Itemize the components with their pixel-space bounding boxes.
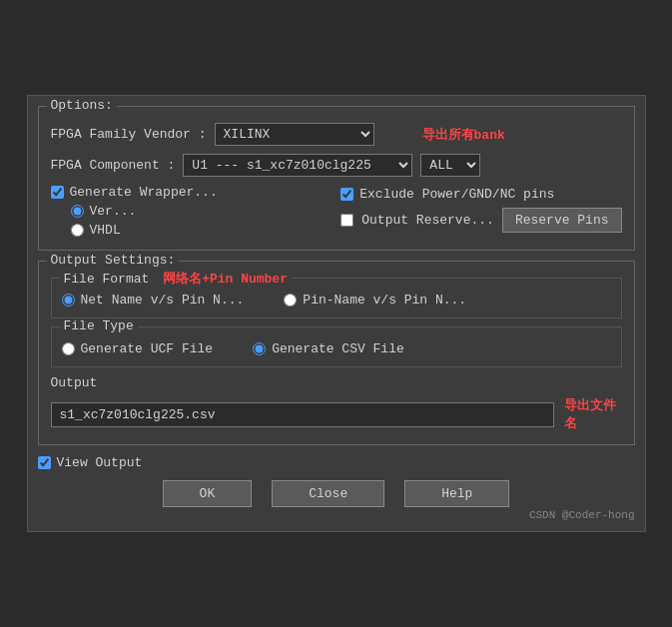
file-format-label: File Format 网络名+Pin Number (60, 270, 292, 288)
bank-select[interactable]: ALL Bank0 Bank1 Bank2 (420, 154, 480, 177)
output-filename-input[interactable] (51, 402, 555, 427)
fpga-component-select[interactable]: U1 --- s1_xc7z010clg225 (183, 154, 412, 177)
vhdl-radio-row: VHDL (71, 223, 218, 238)
bottom-buttons: OK Close Help (38, 480, 635, 507)
net-name-radio-row: Net Name v/s Pin N... (62, 293, 245, 308)
ver-radio[interactable] (71, 205, 84, 218)
fpga-family-row: FPGA Family Vendor : XILINX Intel 导出所有ba… (51, 123, 622, 146)
net-name-radio[interactable] (62, 294, 75, 307)
output-settings-section: Output Settings: File Format 网络名+Pin Num… (38, 261, 635, 445)
view-output-checkbox[interactable] (38, 456, 51, 469)
pin-name-radio-row: Pin-Name v/s Pin N... (284, 293, 466, 308)
reserve-pins-button[interactable]: Reserve Pins (502, 208, 622, 233)
generate-wrapper-row: Generate Wrapper... (51, 185, 218, 200)
view-output-row: View Output (38, 455, 635, 470)
ver-radio-row: Ver... (71, 204, 218, 219)
network-pin-annotation: 网络名+Pin Number (163, 272, 288, 287)
file-type-box: File Type Generate UCF File Generate CSV… (51, 326, 622, 367)
generate-wrapper-label: Generate Wrapper... (70, 185, 218, 200)
options-left: Generate Wrapper... Ver... VHDL (51, 185, 218, 238)
ucf-radio-row: Generate UCF File (62, 341, 214, 356)
exclude-power-label: Exclude Power/GND/NC pins (359, 187, 554, 202)
export-filename-annotation: 导出文件名 (564, 396, 621, 432)
output-container: Output 导出文件名 (51, 375, 622, 432)
exclude-power-row: Exclude Power/GND/NC pins (340, 187, 621, 202)
radio-indent: Ver... VHDL (71, 204, 218, 238)
reserve-row: Output Reserve... Reserve Pins (340, 208, 621, 233)
options-section: Options: FPGA Family Vendor : XILINX Int… (38, 106, 635, 251)
output-reserve-label: Output Reserve... (361, 213, 494, 228)
watermark: CSDN @Coder-hong (38, 509, 635, 521)
file-type-radios: Generate UCF File Generate CSV File (62, 341, 611, 356)
fpga-component-row: FPGA Component : U1 --- s1_xc7z010clg225… (51, 154, 622, 177)
pin-name-label: Pin-Name v/s Pin N... (303, 293, 466, 308)
fpga-component-label: FPGA Component : (51, 158, 176, 173)
options-right: Exclude Power/GND/NC pins Output Reserve… (340, 187, 621, 233)
export-bank-annotation: 导出所有bank (422, 126, 505, 144)
output-settings-label: Output Settings: (47, 253, 180, 268)
net-name-label: Net Name v/s Pin N... (81, 293, 245, 308)
pin-name-radio[interactable] (284, 294, 297, 307)
options-section-label: Options: (47, 98, 117, 113)
file-format-box: File Format 网络名+Pin Number Net Name v/s … (51, 278, 622, 318)
csv-radio-row: Generate CSV File (253, 341, 404, 356)
vhdl-radio[interactable] (71, 224, 84, 237)
fpga-family-label: FPGA Family Vendor : (51, 127, 207, 142)
csv-label: Generate CSV File (272, 341, 404, 356)
output-reserve-checkbox[interactable] (340, 214, 353, 227)
ucf-radio[interactable] (62, 342, 75, 355)
ucf-label: Generate UCF File (81, 341, 214, 356)
output-label: Output (51, 375, 622, 390)
view-output-label: View Output (57, 455, 143, 470)
main-dialog: Options: FPGA Family Vendor : XILINX Int… (27, 95, 646, 532)
options-middle: Generate Wrapper... Ver... VHDL Exc (51, 185, 622, 238)
file-format-radios: Net Name v/s Pin N... Pin-Name v/s Pin N… (62, 293, 611, 308)
ver-label: Ver... (90, 204, 137, 219)
output-input-row: 导出文件名 (51, 396, 622, 432)
ok-button[interactable]: OK (163, 480, 253, 507)
fpga-family-select[interactable]: XILINX Intel (215, 123, 374, 146)
file-type-label: File Type (60, 318, 138, 333)
csv-radio[interactable] (253, 342, 266, 355)
help-button[interactable]: Help (404, 480, 509, 507)
vhdl-label: VHDL (90, 223, 121, 238)
close-button[interactable]: Close (272, 480, 384, 507)
generate-wrapper-checkbox[interactable] (51, 186, 64, 199)
exclude-power-checkbox[interactable] (340, 188, 353, 201)
